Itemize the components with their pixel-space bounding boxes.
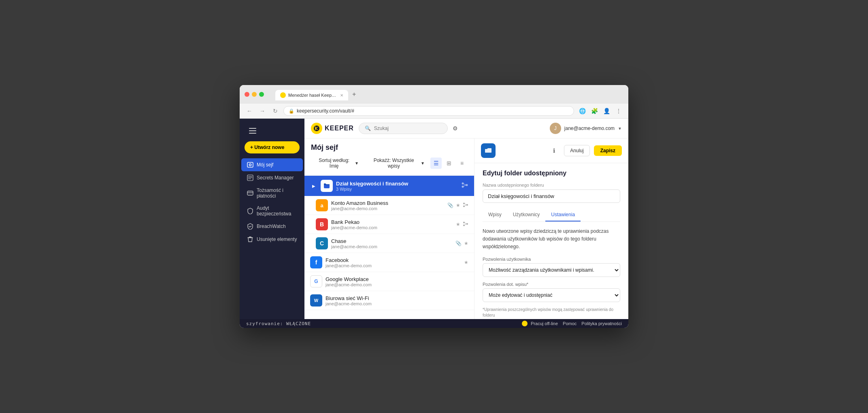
bank-icon: B: [316, 218, 328, 230]
avatar: J: [550, 123, 561, 134]
record-item-facebook[interactable]: f Facebook jane@acme-demo.com ★: [304, 253, 474, 272]
back-button[interactable]: ←: [245, 106, 254, 116]
translate-icon[interactable]: 🌐: [577, 106, 587, 116]
folder-name-input[interactable]: [483, 189, 620, 203]
grid-view-button[interactable]: ⊞: [443, 158, 455, 169]
sidebar-item-deleted[interactable]: Usunięte elementy: [241, 233, 303, 246]
svg-rect-3: [247, 191, 253, 195]
hamburger-menu[interactable]: [245, 123, 260, 138]
active-tab[interactable]: Menedżer haseł Keeper i ✕: [275, 90, 348, 100]
svg-point-1: [249, 164, 251, 166]
user-permission-select[interactable]: Możliwość zarządzania użytkownikami i wp…: [483, 263, 620, 277]
settings-info-text: Nowo utworzone wpisy dziedziczą te upraw…: [483, 228, 620, 251]
folder-share-icon[interactable]: [461, 181, 468, 190]
wifi-name: Biurowa sieć Wi-Fi: [326, 295, 465, 301]
trash-icon: [247, 236, 253, 243]
vault-icon: [247, 162, 253, 168]
privacy-link[interactable]: Polityka prywatności: [581, 321, 622, 326]
user-permission-label: Pozwolenia użytkownika: [483, 257, 620, 262]
cancel-button[interactable]: Anuluj: [564, 145, 589, 156]
search-bar[interactable]: 🔍: [359, 123, 448, 134]
record-item-bank-pekao[interactable]: B Bank Pekao jane@acme-demo.com ★: [304, 215, 474, 234]
google-user: jane@acme-demo.com: [326, 282, 465, 287]
share-icon[interactable]: [463, 202, 468, 209]
browser-tabs: Menedżer haseł Keeper i ✕ +: [270, 88, 364, 100]
info-button[interactable]: ℹ: [548, 145, 560, 157]
tab-close-icon[interactable]: ✕: [340, 93, 343, 98]
detail-tabs: Wpisy Użytkownicy Ustawienia: [483, 209, 620, 222]
google-name: Google Workplace: [326, 276, 465, 282]
offline-link[interactable]: Pracuj off-line: [531, 321, 558, 326]
svg-line-10: [464, 184, 466, 185]
record-item-chase[interactable]: C Chase jane@acme-demo.com 📎 ★: [304, 234, 474, 253]
attachment-icon[interactable]: 📎: [447, 202, 453, 208]
new-tab-button[interactable]: +: [349, 88, 359, 100]
status-bar-links: Pracuj off-line Pomoc Polityka prywatnoś…: [531, 321, 622, 326]
menu-icon[interactable]: ⋮: [614, 106, 623, 116]
record-permission-label: Pozwolenia dot. wpisu*: [483, 282, 620, 287]
star-icon[interactable]: ★: [456, 221, 460, 227]
star-icon[interactable]: ★: [464, 241, 468, 246]
detail-header: ℹ Anuluj Zapisz: [474, 138, 628, 163]
chase-icon: C: [316, 237, 328, 249]
logo-icon: [311, 123, 322, 134]
svg-point-9: [462, 186, 464, 188]
tab-ustawienia[interactable]: Ustawienia: [545, 209, 581, 221]
hamburger-line-3: [249, 133, 256, 134]
facebook-icon: f: [310, 256, 322, 268]
sidebar-item-security-audit[interactable]: Audyt bezpieczeństwa: [241, 202, 303, 220]
close-button[interactable]: [245, 92, 249, 97]
record-item-google[interactable]: G Google Workplace jane@acme-demo.com: [304, 272, 474, 291]
browser-toolbar: ← → ↻ 🔒 keepersecurity.com/vault/# 🌐 🧩 👤…: [240, 104, 628, 119]
minimize-button[interactable]: [252, 92, 257, 97]
google-icon: G: [310, 275, 322, 287]
address-bar[interactable]: 🔒 keepersecurity.com/vault/#: [283, 106, 574, 116]
folder-item[interactable]: ▶ Dział księgowości i finansów 3 Wpisy: [304, 176, 474, 196]
user-info[interactable]: J jane@acme-demo.com ▼: [550, 123, 622, 134]
sidebar-item-secrets-manager[interactable]: Secrets Manager: [241, 171, 303, 184]
keeper-logo: KEEPER: [311, 123, 354, 134]
record-permission-select[interactable]: Może edytować i udostępniać Może edytowa…: [483, 288, 620, 302]
app-body: + Utwórz nowe Mój sejf Secrets: [240, 119, 628, 319]
folder-icon-box: [321, 180, 333, 192]
sidebar-item-my-vault-label: Mój sejf: [257, 162, 273, 168]
filter-button[interactable]: ⚙: [453, 125, 458, 132]
record-item-wifi[interactable]: W Biurowa sieć Wi-Fi jane@acme-demo.com: [304, 291, 474, 310]
tab-wpisy[interactable]: Wpisy: [483, 209, 507, 221]
facebook-name: Facebook: [326, 257, 461, 263]
svg-point-5: [314, 126, 319, 131]
profile-icon[interactable]: 👤: [602, 106, 611, 116]
record-item-amazon[interactable]: a Konto Amazon Business jane@acme-demo.c…: [304, 196, 474, 215]
folder-expand-icon[interactable]: ▶: [310, 182, 317, 189]
save-button[interactable]: Zapisz: [594, 145, 622, 156]
share-icon[interactable]: [463, 221, 468, 228]
sidebar-item-breach-watch[interactable]: BreachWatch: [241, 220, 303, 233]
svg-point-13: [463, 202, 465, 204]
sidebar-item-identity-payment[interactable]: Tożsamość i płatności: [241, 184, 303, 202]
help-link[interactable]: Pomoc: [563, 321, 577, 326]
star-icon[interactable]: ★: [456, 202, 460, 208]
maximize-button[interactable]: [259, 92, 264, 97]
detail-folder-icon: [481, 143, 496, 158]
svg-rect-0: [247, 162, 253, 167]
tab-uzytkownicy[interactable]: Użytkownicy: [507, 209, 546, 221]
tab-label: Menedżer haseł Keeper i: [288, 93, 338, 98]
attachment-icon[interactable]: 📎: [455, 241, 462, 246]
show-label: Pokaźż: Wszystkie wpisy: [368, 158, 420, 169]
show-button[interactable]: Pokaźż: Wszystkie wpisy ▾: [364, 156, 427, 170]
sidebar-item-my-vault[interactable]: Mój sejf: [241, 158, 303, 171]
search-input[interactable]: [374, 126, 442, 131]
forward-button[interactable]: →: [257, 106, 267, 116]
extensions-icon[interactable]: 🧩: [589, 106, 599, 116]
compact-view-button[interactable]: ≡: [456, 158, 468, 169]
folder-name-label: Nazwa udostępnionego folderu: [483, 183, 620, 187]
sort-button[interactable]: Sortuj według: Imię ▾: [311, 156, 361, 170]
svg-point-14: [463, 205, 465, 207]
star-icon[interactable]: ★: [464, 260, 468, 265]
list-view-button[interactable]: ☰: [430, 158, 442, 169]
reload-button[interactable]: ↻: [270, 106, 280, 116]
sidebar-item-breach-watch-label: BreachWatch: [257, 224, 286, 229]
hamburger-line-1: [249, 128, 256, 129]
create-new-button[interactable]: + Utwórz nowe: [245, 141, 300, 153]
facebook-info: Facebook jane@acme-demo.com: [326, 257, 461, 268]
